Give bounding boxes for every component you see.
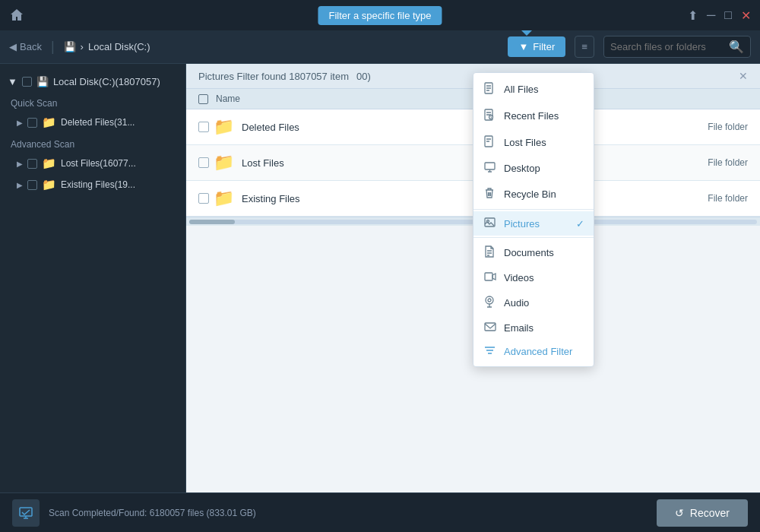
lost-files-label: Lost Files(16077... xyxy=(61,158,136,169)
svg-point-8 xyxy=(488,299,491,302)
drive-icon: 💾 xyxy=(64,41,76,52)
dropdown-item-desktop[interactable]: Desktop xyxy=(473,156,594,181)
file-list-close-button[interactable]: ✕ xyxy=(739,70,748,82)
folder-icon: 📁 xyxy=(42,178,56,192)
row-checkbox-2[interactable] xyxy=(198,193,209,204)
title-bar: Filter a specific file type ⬆ ─ □ ✕ xyxy=(0,0,760,30)
sidebar: ▼ 💾 Local Disk(C:)(1807057) Quick Scan ▶… xyxy=(0,64,186,492)
search-box: 🔍 xyxy=(603,36,751,58)
deleted-files-label: Deleted Files(31... xyxy=(61,117,135,128)
documents-icon xyxy=(484,245,496,260)
dropdown-item-lost-files[interactable]: Lost Files xyxy=(473,129,594,156)
breadcrumb-path: Local Disk(C:) xyxy=(88,41,150,52)
nav-bar: ◀ Back | 💾 › Local Disk(C:) ▼ Filter ≡ 🔍 xyxy=(0,30,760,64)
pictures-icon xyxy=(484,217,496,230)
folder-icon: 📁 xyxy=(42,116,56,129)
back-arrow-icon: ◀ xyxy=(9,41,17,52)
dropdown-item-recent-files[interactable]: Recent Files xyxy=(473,103,594,129)
close-icon[interactable]: ✕ xyxy=(741,8,751,23)
dropdown-item-label: All Files xyxy=(504,84,539,95)
sidebar-item-lost-files[interactable]: ▶ 📁 Lost Files(16077... xyxy=(0,153,185,174)
dropdown-item-recycle-bin[interactable]: Recycle Bin xyxy=(473,181,594,207)
search-icon[interactable]: 🔍 xyxy=(729,40,744,54)
scrollbar-thumb[interactable] xyxy=(189,220,235,224)
expand-icon: ▶ xyxy=(17,119,23,127)
deleted-files-checkbox[interactable] xyxy=(27,118,37,128)
home-icon[interactable] xyxy=(9,8,24,23)
recover-label: Recover xyxy=(690,507,730,519)
back-label: Back xyxy=(20,41,42,52)
share-icon[interactable]: ⬆ xyxy=(688,8,698,23)
dropdown-item-emails[interactable]: Emails xyxy=(473,316,594,340)
dropdown-divider-top xyxy=(473,209,594,210)
svg-rect-4 xyxy=(485,163,495,169)
status-device-icon xyxy=(12,499,40,527)
dropdown-item-label: Advanced Filter xyxy=(504,346,572,357)
dropdown-item-label: Lost Files xyxy=(504,137,546,148)
dropdown-item-label: Recent Files xyxy=(504,110,559,122)
filter-label: Filter xyxy=(533,41,555,52)
dropdown-item-label: Pictures xyxy=(504,218,540,230)
sidebar-drive-checkbox[interactable] xyxy=(22,77,32,87)
dropdown-item-documents[interactable]: Documents xyxy=(473,239,594,266)
sidebar-drive-item[interactable]: ▼ 💾 Local Disk(C:)(1807057) xyxy=(0,71,185,92)
status-bar: Scan Completed/Found: 6180057 files (833… xyxy=(0,492,760,532)
filter-tooltip: Filter a specific file type xyxy=(318,6,442,25)
dropdown-item-pictures[interactable]: Pictures ✓ xyxy=(473,211,594,236)
recycle-bin-icon xyxy=(484,187,496,201)
dropdown-item-label: Audio xyxy=(504,297,529,309)
emails-icon xyxy=(484,322,496,334)
minimize-icon[interactable]: ─ xyxy=(707,8,715,22)
row-label-2: Existing Files xyxy=(242,193,300,204)
row-type-2: File folder xyxy=(657,193,748,204)
maximize-icon[interactable]: □ xyxy=(724,8,732,22)
lost-files-checkbox[interactable] xyxy=(27,159,37,169)
nav-divider: | xyxy=(51,39,55,55)
sidebar-drive-label: Local Disk(C:)(1807057) xyxy=(53,76,160,87)
advanced-scan-label: Advanced Scan xyxy=(0,133,185,153)
advanced-filter-icon xyxy=(484,346,496,357)
window-controls: ⬆ ─ □ ✕ xyxy=(688,8,751,23)
check-icon: ✓ xyxy=(576,218,584,230)
file-list-header-left: Pictures Filter found 1807057 item 00) xyxy=(198,71,371,82)
all-files-icon xyxy=(484,82,496,97)
recent-files-icon xyxy=(484,109,496,123)
existing-files-checkbox[interactable] xyxy=(27,180,37,190)
lost-files-icon xyxy=(484,135,496,150)
status-left: Scan Completed/Found: 6180057 files (833… xyxy=(12,499,256,527)
file-list-header-suffix: 00) xyxy=(356,71,371,82)
existing-files-label: Existing Files(19... xyxy=(61,179,135,190)
recover-icon: ↺ xyxy=(675,507,684,519)
select-all-checkbox[interactable] xyxy=(198,94,208,104)
videos-icon xyxy=(484,272,496,283)
back-button[interactable]: ◀ Back xyxy=(9,41,42,52)
svg-rect-7 xyxy=(485,273,492,280)
desktop-icon xyxy=(484,162,496,175)
filter-dropdown[interactable]: All Files Recent Files Lost Files Deskto… xyxy=(473,72,594,367)
file-list-header-text: Pictures Filter found 1807057 item xyxy=(198,71,349,82)
row-label-1: Lost Files xyxy=(242,157,284,169)
folder-icon: 📁 xyxy=(214,188,234,208)
filter-button[interactable]: ▼ Filter xyxy=(508,36,565,57)
row-label-0: Deleted Files xyxy=(242,122,299,133)
row-checkbox-0[interactable] xyxy=(198,122,209,132)
menu-icon-button[interactable]: ≡ xyxy=(575,36,594,58)
dropdown-item-all-files[interactable]: All Files xyxy=(473,76,594,103)
expand-icon: ▶ xyxy=(17,181,23,189)
recover-button[interactable]: ↺ Recover xyxy=(657,499,748,527)
breadcrumb-separator: › xyxy=(81,41,84,52)
hamburger-icon: ≡ xyxy=(581,41,587,52)
status-text: Scan Completed/Found: 6180057 files (833… xyxy=(49,508,256,518)
sidebar-item-existing-files[interactable]: ▶ 📁 Existing Files(19... xyxy=(0,174,185,195)
search-input[interactable] xyxy=(610,41,724,52)
row-checkbox-1[interactable] xyxy=(198,157,209,168)
sidebar-item-deleted-files[interactable]: ▶ 📁 Deleted Files(31... xyxy=(0,112,185,133)
dropdown-item-advanced-filter[interactable]: Advanced Filter xyxy=(473,340,594,363)
svg-rect-10 xyxy=(20,508,32,516)
main-content: ▼ 💾 Local Disk(C:)(1807057) Quick Scan ▶… xyxy=(0,64,760,492)
sidebar-expand-icon: ▼ xyxy=(8,76,17,87)
quick-scan-label: Quick Scan xyxy=(0,92,185,112)
dropdown-item-videos[interactable]: Videos xyxy=(473,266,594,290)
dropdown-item-audio[interactable]: Audio xyxy=(473,290,594,316)
dropdown-item-label: Documents xyxy=(504,247,554,258)
